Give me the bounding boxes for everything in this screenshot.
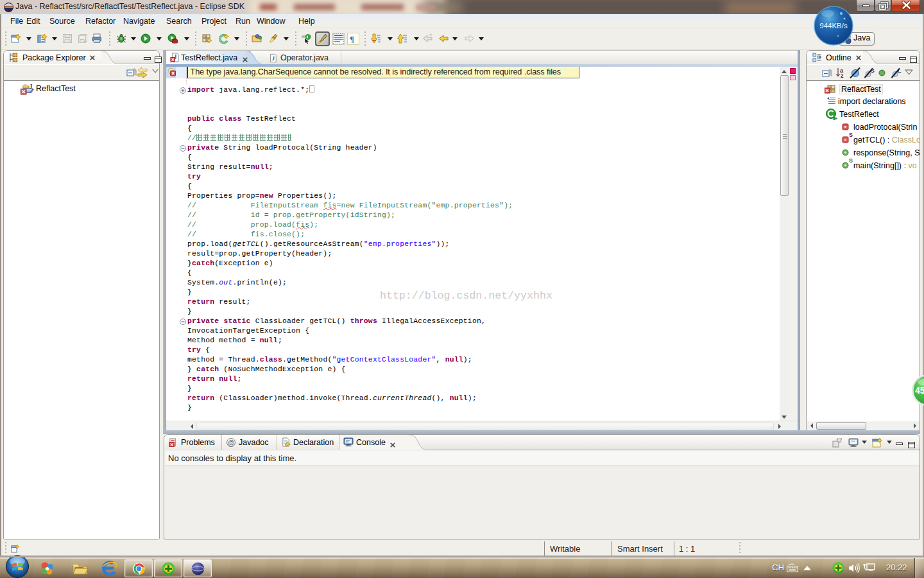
svg-text:J: J <box>272 55 275 62</box>
svg-text:944KB/s: 944KB/s <box>819 22 848 30</box>
svg-text:45: 45 <box>915 385 924 396</box>
svg-text:¶: ¶ <box>350 34 354 44</box>
svg-text:z: z <box>841 73 844 78</box>
svg-text:J: J <box>174 54 177 60</box>
